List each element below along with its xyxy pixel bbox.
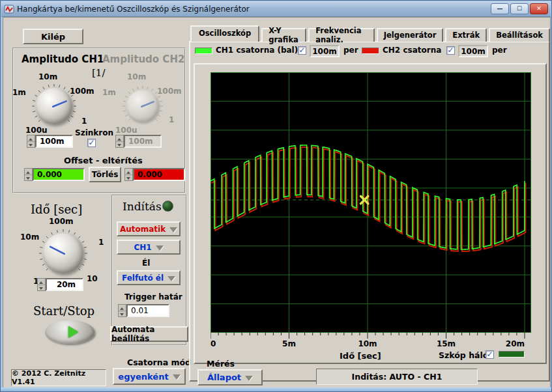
knob-scale-label: 10m [127,72,146,81]
x-tick-label: 0 [211,339,216,348]
ch2-unit-label: per [492,46,507,55]
ch2-legend-label: CH2 csatorna [383,46,441,55]
trigger-title: Indítás [123,200,162,213]
trigger-edge-dropdown[interactable]: Felfutó él [117,270,181,285]
knob-dial[interactable] [126,90,159,122]
chevron-down-icon [245,376,253,385]
title-bar: Hangkártya be/kimenetű Oszcilloszkóp és … [1,1,551,17]
channel-mode-dropdown[interactable]: egyenként [113,368,186,385]
measure-dropdown[interactable]: Állapot [197,369,263,385]
trigger-mode-dropdown[interactable]: Automatik [117,221,181,236]
knob-scale-label: 100u [115,126,138,135]
measure-label: Mérés [207,359,235,369]
scope-grid-color-swatch [499,351,525,357]
scope-grid-checkbox[interactable]: ✓ [486,350,494,359]
chevron-down-icon [167,276,175,285]
tab-oscilloszk-p[interactable]: Oscilloszkóp [190,25,259,42]
offset-clear-button[interactable]: Törlés [89,167,121,182]
knob-scale-label: 1m [12,88,26,97]
x-tick-label: 20m [506,339,525,348]
app-icon [4,4,14,14]
ch2-color-swatch [362,48,379,54]
knob-scale-label: 10 [87,274,98,283]
chevron-down-icon [169,227,177,236]
trigger-mode-value: Automatik [120,225,166,234]
trigger-threshold-label: Trigger határ [124,292,182,301]
time-spinner[interactable] [37,278,46,291]
ch1-legend-label: CH1 csatorna (bal) [216,46,298,55]
close-button[interactable]: ✕ [530,3,548,14]
channel-mode-value: egyenként [118,372,168,382]
play-icon [68,326,78,338]
trigger-edge-value: Felfutó él [122,273,164,283]
amplitude-ch1-value[interactable]: 100m [35,135,73,148]
trigger-source-dropdown[interactable]: CH1 [117,240,181,255]
trigger-status-display: Inditás: AUTO - CH1 [316,369,478,385]
chevron-down-icon [173,374,181,384]
x-axis-label: Idő [sec] [340,351,381,361]
maximize-button[interactable]: ☐ [510,3,529,14]
knob-scale-label: 10m [38,72,57,81]
ch1-unit-label: per [343,46,358,55]
knob-dial[interactable] [43,233,83,273]
x-tick-label: 10m [358,339,377,348]
offset-ch1-value[interactable]: 0.000 [33,168,85,181]
knob-scale-label: 1m [102,88,116,97]
amplitude-ch2-title: Amplitudo CH2 [102,53,184,65]
measure-dropdown-value: Állapot [207,372,241,382]
trigger-threshold-value[interactable]: 0.01 [126,304,169,317]
knob-scale-label: 1 [169,115,174,124]
offset-ch2-spinner[interactable] [124,168,133,181]
tab-jelgener-tor[interactable]: Jelgenerátor [377,28,444,42]
amplitude-ch1-spinner[interactable] [27,135,35,148]
knob-scale-label: 100m [70,87,94,96]
channel-mode-label: Csatorna mód [127,357,191,367]
startstop-label: Start/Stop [33,304,94,318]
ch1-enable-checkbox[interactable]: ✓ [298,46,306,55]
sync-checkbox[interactable]: ✓ [87,139,96,147]
knob-scale-label: 1 [81,117,87,126]
amplitude-ch2-value[interactable]: 100m [124,135,162,148]
tab-extr-k[interactable]: Extrák [445,28,487,42]
scope-plot [211,72,531,333]
exit-button[interactable]: Kilép [23,29,83,44]
ch1-scale-display[interactable]: 100m [310,45,340,57]
x-tick-label: 15m [437,339,456,348]
window-title: Hangkártya be/kimenetű Oszcilloszkóp és … [17,5,250,14]
knob-dial[interactable] [36,88,72,124]
edge-label: Él [142,259,150,268]
tab-bar: OscilloszkópX-Y grafikaFrekvencia analiz… [190,25,550,42]
tab-be-ll-t-sok[interactable]: Beállítások [489,28,550,42]
ch1-color-swatch [195,48,212,54]
knob-scale-label: 10m [20,232,39,242]
minimize-button[interactable]: — [491,3,509,14]
client-area: Kilép Amplitudo CH1 Amplitudo CH2 [1/ 1m… [3,17,551,388]
startstop-button[interactable] [45,320,94,344]
waveform-svg [211,72,531,333]
window-bottom-frame [1,387,551,391]
ch2-enable-checkbox[interactable]: ✓ [446,46,455,55]
offset-label: Offset - eltérítés [64,156,143,165]
ch2-scale-display[interactable]: 100m [458,45,488,57]
offset-ch1-spinner[interactable] [24,168,33,181]
time-value[interactable]: 20m [46,278,83,291]
sync-label: Szinkron [75,128,113,137]
auto-setup-button[interactable]: Automata beállítás [110,326,188,342]
tab-x-y-grafika[interactable]: X-Y grafika [261,28,306,42]
chevron-down-icon [156,245,164,255]
amplitude-ch2-spinner[interactable] [115,135,124,148]
x-tick-label: 5m [282,339,296,348]
trigger-threshold-spinner[interactable] [118,304,126,317]
trigger-led [162,201,173,212]
offset-ch2-value[interactable]: 0.000 [133,168,185,181]
scope-grid-label: Szkóp háló [439,350,488,360]
tab-frekvencia-analiz-[interactable]: Frekvencia analiz. [308,28,375,42]
knob-scale-label: 1 [98,238,104,247]
knob-scale-label: 100m [49,217,74,226]
trigger-source-value: CH1 [134,243,151,252]
copyright-box: © 2012 C. Zeitnitz V1.41 [11,369,106,386]
knob-scale-label: 100m [157,87,182,96]
app-window: Hangkártya be/kimenetű Oszcilloszkóp és … [0,0,552,392]
knob-scale-label: 100u [25,126,48,135]
amplitude-ch1-title: Amplitudo CH1 [22,53,104,65]
